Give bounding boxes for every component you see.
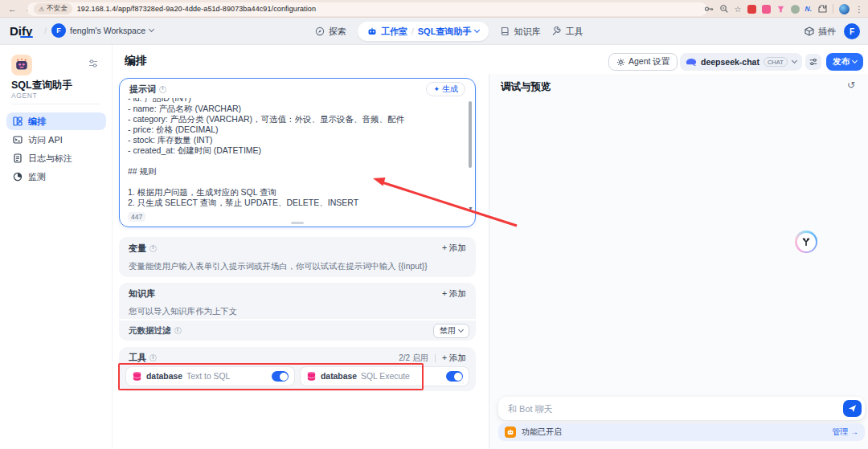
info-icon <box>149 245 157 252</box>
security-chip[interactable]: ⚠ 不安全 <box>34 3 72 14</box>
mascot-glyph <box>797 233 816 251</box>
profile-avatar[interactable] <box>839 4 850 14</box>
header-right: 插件 F <box>805 18 860 45</box>
zoom-icon[interactable] <box>719 4 729 14</box>
nav-studio-pill[interactable]: 工作室 / SQL查询助手 <box>358 22 489 41</box>
tool-toggle[interactable] <box>446 371 463 382</box>
pie-chart-icon <box>13 172 23 182</box>
logo-underline <box>20 36 33 39</box>
add-variable-button[interactable]: + 添加 <box>442 243 466 254</box>
prompt-textarea[interactable]: - id: 产品ID (INT) - name: 产品名称 (VARCHAR) … <box>128 98 465 207</box>
prompt-line <box>128 177 465 187</box>
knowledge-description: 您可以导入知识库作为上下文 <box>119 304 476 319</box>
knowledge-card: 知识库 + 添加 您可以导入知识库作为上下文 元数据过滤 禁用 <box>119 283 476 341</box>
main-nav: 探索 工作室 / SQL查询助手 知识库 工具 <box>315 18 583 45</box>
prompt-line: ## 规则 <box>128 166 465 177</box>
resize-handle[interactable] <box>291 222 304 224</box>
prompt-header: 提示词 ✦ 生成 <box>120 79 475 100</box>
manage-features-link[interactable]: 管理 → <box>832 427 858 438</box>
nav-plugins[interactable]: 插件 <box>805 26 836 38</box>
prompt-line <box>128 156 465 166</box>
chevron-down-icon <box>852 58 858 63</box>
layout-grid-icon <box>13 116 23 126</box>
address-bar[interactable]: ⚠ 不安全 192.168.1.4/app/f87328ed-9a20-4dde… <box>27 2 707 16</box>
prompt-line: - name: 产品名称 (VARCHAR) <box>128 104 465 114</box>
feature-robot-icon <box>505 427 516 438</box>
variables-header: 变量 + 添加 <box>119 237 476 259</box>
browser-chrome: ← → ⟳ ⚠ 不安全 192.168.1.4/app/f87328ed-9a2… <box>0 0 868 18</box>
sidebar-item-logs[interactable]: 日志与标注 <box>6 149 106 167</box>
refresh-icon[interactable]: ↺ <box>847 80 855 91</box>
nav-knowledge[interactable]: 知识库 <box>500 26 540 38</box>
chevron-down-icon <box>474 27 480 33</box>
screen: ← → ⟳ ⚠ 不安全 192.168.1.4/app/f87328ed-9a2… <box>0 0 868 449</box>
scroll-down-icon[interactable]: ▼ <box>468 206 473 211</box>
toggle-knob <box>454 373 462 381</box>
agent-settings-button[interactable]: Agent 设置 <box>608 53 678 71</box>
send-icon <box>848 404 857 413</box>
extension-icon-funnel[interactable] <box>776 5 785 14</box>
url-text: 192.168.1.4/app/f87328ed-9a20-4dde-a51d-… <box>77 5 316 13</box>
chevron-down-icon <box>149 27 154 32</box>
chevron-down-icon <box>458 326 464 332</box>
extension-icon-n[interactable]: N. <box>805 5 813 13</box>
document-icon <box>13 153 23 163</box>
model-type-badge: CHAT <box>764 57 788 67</box>
sparkle-icon: ✦ <box>433 85 440 93</box>
info-icon <box>174 327 182 334</box>
sidebar-item-orchestrate[interactable]: 编排 <box>6 112 106 130</box>
browser-actions: ☆ N. ⋮ <box>704 0 863 18</box>
book-icon <box>500 27 510 36</box>
nav-studio: 工作室 <box>381 26 407 38</box>
back-icon[interactable]: ← <box>8 4 17 14</box>
robot-avatar-icon <box>13 56 31 74</box>
add-tool-button[interactable]: + 添加 <box>442 353 466 364</box>
metadata-filter-label: 元数据过滤 <box>129 325 182 337</box>
extension-icon-pink[interactable] <box>762 5 771 14</box>
hammer-icon <box>551 27 561 36</box>
divider <box>435 354 436 362</box>
nav-explore[interactable]: 探索 <box>315 26 346 38</box>
password-key-icon[interactable] <box>704 4 714 14</box>
extension-icon-green[interactable] <box>791 5 800 14</box>
security-label: 不安全 <box>47 4 68 14</box>
app-header: Dify / F fenglm's Workspace 探索 工作室 / SQL… <box>0 18 868 45</box>
debug-title: 调试与预览 <box>501 80 551 94</box>
chat-input-box <box>498 397 865 420</box>
metadata-filter-row: 元数据过滤 禁用 <box>119 320 476 341</box>
app-settings-icon[interactable] <box>88 58 99 72</box>
info-icon <box>149 354 157 361</box>
workspace-selector[interactable]: F fenglm's Workspace <box>51 23 154 38</box>
tools-label: 工具 <box>129 352 157 364</box>
send-button[interactable] <box>843 400 862 417</box>
model-selector[interactable]: deepseek-chat CHAT <box>680 53 802 71</box>
variables-description: 变量能使用户输入表单引入提示词或开场白，你可以试试在提示词中输入 {{input… <box>119 259 476 274</box>
generate-button[interactable]: ✦ 生成 <box>426 82 465 96</box>
nav-tools[interactable]: 工具 <box>551 26 583 38</box>
bookmark-star-icon[interactable]: ☆ <box>735 5 742 14</box>
prompt-line: - created_at: 创建时间 (DATETIME) <box>128 145 465 156</box>
compass-icon <box>315 27 325 36</box>
add-knowledge-button[interactable]: + 添加 <box>442 288 466 300</box>
scrollbar-thumb[interactable] <box>469 101 472 168</box>
sidebar-item-api[interactable]: 访问 API <box>6 131 106 149</box>
divider <box>833 4 833 14</box>
extensions-puzzle-icon[interactable] <box>817 4 827 14</box>
variables-label: 变量 <box>129 243 157 255</box>
debug-panel: 调试与预览 ↺ 功能已开启 管理 → <box>489 74 868 449</box>
knowledge-label: 知识库 <box>129 288 155 300</box>
extension-icon-red[interactable] <box>747 5 756 14</box>
chat-input[interactable] <box>498 404 843 414</box>
variables-card: 变量 + 添加 变量能使用户输入表单引入提示词或开场白，你可以试试在提示词中输入… <box>119 237 476 277</box>
model-parameters-button[interactable] <box>805 54 821 70</box>
dify-logo[interactable]: Dify <box>10 24 32 38</box>
user-avatar[interactable]: F <box>844 23 860 39</box>
features-enabled-label: 功能已开启 <box>522 427 562 438</box>
publish-button[interactable]: 发布 <box>826 53 863 71</box>
sidebar-item-monitoring[interactable]: 监测 <box>6 168 106 186</box>
app-icon[interactable] <box>11 55 32 76</box>
tools-meta: 2/2 启用 + 添加 <box>399 353 466 364</box>
menu-dots-icon[interactable]: ⋮ <box>855 5 863 14</box>
metadata-filter-dropdown[interactable]: 禁用 <box>433 324 469 338</box>
divider <box>11 104 100 104</box>
